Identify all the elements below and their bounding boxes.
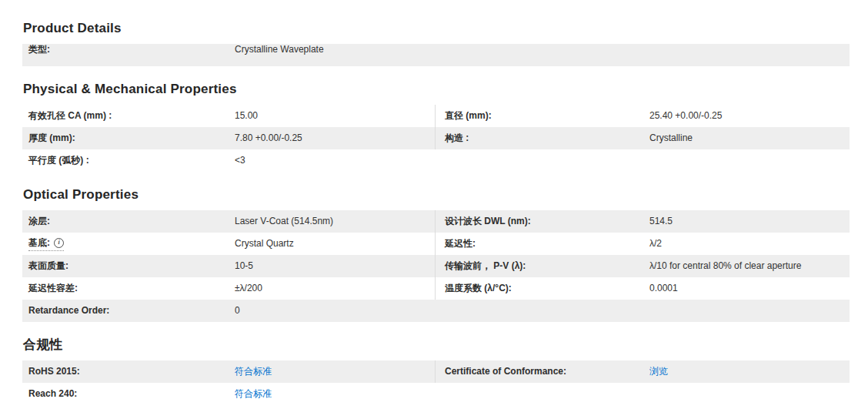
spec-row-substrate-retardance: 基底: i Crystal Quartz 延迟性: λ/2 bbox=[22, 233, 850, 255]
spec-value-transmitted-wavefront: λ/10 for central 80% of clear aperture bbox=[649, 260, 850, 272]
section-title-optical: Optical Properties bbox=[23, 186, 850, 203]
spec-row-thickness-construction: 厚度 (mm): 7.80 +0.00/-0.25 构造 : Crystalli… bbox=[22, 127, 850, 149]
section-physical-mechanical: Physical & Mechanical Properties 有效孔径 CA… bbox=[22, 81, 850, 172]
reach-compliant-link[interactable]: 符合标准 bbox=[235, 388, 272, 399]
product-specs-page: Product Details 类型: Crystalline Waveplat… bbox=[0, 0, 868, 405]
spec-value-type: Crystalline Waveplate bbox=[235, 44, 850, 66]
section-compliance: 合规性 RoHS 2015: 符合标准 Certificate of Confo… bbox=[22, 337, 850, 405]
spec-label-retardance-tolerance: 延迟性容差: bbox=[22, 283, 235, 294]
substrate-label-text: 基底: bbox=[28, 237, 50, 249]
spec-label-retardance: 延迟性: bbox=[436, 238, 649, 250]
substrate-tooltip-trigger[interactable]: 基底: i bbox=[28, 237, 64, 251]
spec-value-construction: Crystalline bbox=[649, 132, 850, 144]
section-title-product-details: Product Details bbox=[23, 20, 850, 36]
spec-value-diameter: 25.40 +0.00/-0.25 bbox=[649, 110, 850, 122]
spec-value-reach: 符合标准 bbox=[235, 388, 435, 400]
spec-label-parallelism: 平行度 (弧秒) : bbox=[22, 155, 235, 166]
spec-label-clear-aperture: 有效孔径 CA (mm) : bbox=[22, 110, 235, 122]
spec-value-dwl: 514.5 bbox=[649, 216, 850, 227]
compliance-table: RoHS 2015: 符合标准 Certificate of Conforman… bbox=[22, 360, 850, 405]
spec-value-temperature-coefficient: 0.0001 bbox=[649, 283, 850, 294]
section-optical: Optical Properties 涂层: Laser V-Coat (514… bbox=[22, 186, 850, 322]
spec-label-construction: 构造 : bbox=[436, 132, 649, 144]
section-title-compliance: 合规性 bbox=[23, 337, 850, 353]
spec-row-clear-aperture-diameter: 有效孔径 CA (mm) : 15.00 直径 (mm): 25.40 +0.0… bbox=[22, 105, 850, 127]
spec-value-substrate: Crystal Quartz bbox=[235, 238, 435, 250]
spec-value-surface-quality: 10-5 bbox=[235, 260, 435, 272]
spec-label-surface-quality: 表面质量: bbox=[22, 260, 235, 272]
spec-row-retardance-order: Retardance Order: 0 bbox=[22, 300, 850, 322]
spec-value-clear-aperture: 15.00 bbox=[235, 110, 435, 122]
spec-label-coating: 涂层: bbox=[22, 216, 235, 227]
spec-row-surface-quality-wavefront: 表面质量: 10-5 传输波前， P-V (λ): λ/10 for centr… bbox=[22, 255, 850, 277]
spec-label-certificate-of-conformance: Certificate of Conformance: bbox=[436, 366, 649, 377]
spec-value-retardance-order: 0 bbox=[235, 305, 435, 317]
spec-label-diameter: 直径 (mm): bbox=[436, 110, 649, 122]
optical-table: 涂层: Laser V-Coat (514.5nm) 设计波长 DWL (nm)… bbox=[22, 210, 850, 322]
coc-view-link[interactable]: 浏览 bbox=[649, 366, 668, 377]
spec-row-rohs-coc: RoHS 2015: 符合标准 Certificate of Conforman… bbox=[22, 360, 850, 383]
spec-label-dwl: 设计波长 DWL (nm): bbox=[436, 216, 649, 227]
spec-label-rohs: RoHS 2015: bbox=[22, 366, 235, 377]
physical-mechanical-table: 有效孔径 CA (mm) : 15.00 直径 (mm): 25.40 +0.0… bbox=[22, 105, 850, 172]
spec-row-type: 类型: Crystalline Waveplate bbox=[22, 44, 850, 66]
rohs-compliant-link[interactable]: 符合标准 bbox=[235, 366, 272, 377]
spec-row-reach: Reach 240: 符合标准 bbox=[22, 383, 850, 405]
spec-label-substrate: 基底: i bbox=[22, 237, 235, 251]
spec-value-parallelism: <3 bbox=[235, 155, 435, 166]
spec-value-certificate-of-conformance: 浏览 bbox=[649, 366, 850, 377]
spec-row-parallelism: 平行度 (弧秒) : <3 bbox=[22, 149, 850, 172]
spec-value-retardance-tolerance: ±λ/200 bbox=[235, 283, 435, 294]
spec-value-thickness: 7.80 +0.00/-0.25 bbox=[235, 132, 435, 144]
section-title-physical-mechanical: Physical & Mechanical Properties bbox=[23, 81, 850, 97]
info-icon[interactable]: i bbox=[54, 238, 64, 248]
spec-value-coating: Laser V-Coat (514.5nm) bbox=[235, 216, 435, 227]
spec-label-type: 类型: bbox=[22, 44, 235, 66]
spec-value-rohs: 符合标准 bbox=[235, 366, 435, 377]
spec-row-coating-dwl: 涂层: Laser V-Coat (514.5nm) 设计波长 DWL (nm)… bbox=[22, 210, 850, 233]
product-details-table: 类型: Crystalline Waveplate bbox=[22, 44, 850, 66]
spec-label-retardance-order: Retardance Order: bbox=[22, 305, 235, 317]
spec-label-temperature-coefficient: 温度系数 (λ/°C): bbox=[436, 283, 649, 294]
spec-row-retardance-tolerance-temp: 延迟性容差: ±λ/200 温度系数 (λ/°C): 0.0001 bbox=[22, 277, 850, 300]
spec-label-transmitted-wavefront: 传输波前， P-V (λ): bbox=[436, 260, 649, 272]
spec-label-reach: Reach 240: bbox=[22, 388, 235, 400]
spec-value-retardance: λ/2 bbox=[649, 238, 850, 250]
section-product-details: Product Details 类型: Crystalline Waveplat… bbox=[22, 20, 850, 66]
spec-label-thickness: 厚度 (mm): bbox=[22, 132, 235, 144]
